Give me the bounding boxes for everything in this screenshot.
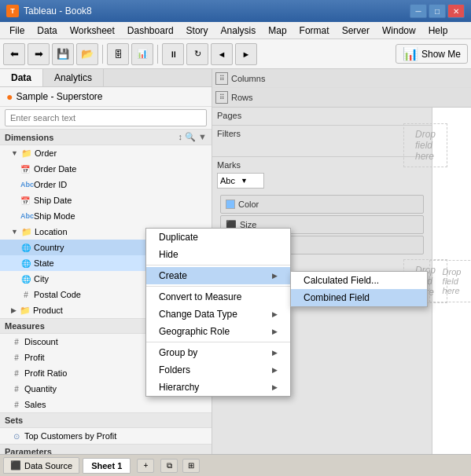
marks-type-select[interactable]: Abc ▼ [217,173,264,189]
toolbar-nav-right[interactable]: ► [235,43,257,65]
toolbar-save[interactable]: 💾 [52,43,74,65]
tree-discount-label: Discount [24,337,58,346]
folder-icon-2: 📁 [21,227,32,237]
tree-profitratio-label: Profit Ratio [24,368,67,378]
duplicate-sheet-btn[interactable]: ⧉ [160,459,178,473]
menu-format[interactable]: Format [293,24,336,38]
hash-icon-5: # [11,385,22,394]
search-input[interactable] [5,109,207,126]
measures-label: Measures [5,321,45,331]
ctx-group-by[interactable]: Group by [146,344,290,361]
toolbar-open[interactable]: 📂 [76,43,98,65]
tree-ship-date[interactable]: 📅 Ship Date [0,192,212,208]
dimension-header-icons: ↕ 🔍 ▼ [178,132,207,142]
sort-icon[interactable]: ↕ [178,132,183,142]
tree-order-label: Order [35,148,57,158]
rows-drop-zone[interactable] [256,90,468,104]
menu-data[interactable]: Data [31,24,63,38]
show-me-button[interactable]: 📊 Show Me [396,44,468,64]
title-bar: T Tableau - Book8 ─ □ ✕ [0,0,471,22]
columns-icon: ⠿ [215,72,228,85]
tree-order-date[interactable]: 📅 Order Date [0,161,212,177]
menu-map[interactable]: Map [262,24,293,38]
sets-label: Sets [5,416,23,425]
ctx-duplicate[interactable]: Duplicate [146,229,290,246]
ctx-hide[interactable]: Hide [146,246,290,263]
new-dashboard-btn[interactable]: ⊞ [182,459,200,473]
tree-order-id[interactable]: Abc Order ID [0,177,212,192]
data-source-tab[interactable]: ⬛ Data Source [3,457,79,474]
tree-topcustomers-label: Top Customers by Profit [24,431,116,441]
tree-state-label: State [34,258,54,268]
menu-file[interactable]: File [3,24,31,38]
calendar-icon-2: 📅 [20,196,31,205]
datasource-icon: ● [6,90,13,103]
search-icon[interactable]: 🔍 [185,132,196,142]
chart-icon: 📊 [403,46,418,61]
canvas-area[interactable]: Drop field here Drop field here Drop fie… [432,108,471,454]
tree-top-customers[interactable]: ⊙ Top Customers by Profit [0,428,212,444]
tree-sales[interactable]: # Sales [0,397,212,412]
toolbar-new-ds[interactable]: 🗄 [107,43,129,65]
title-text: Tableau - Book8 [24,5,92,16]
tab-analytics[interactable]: Analytics [43,69,104,86]
tree-order-group[interactable]: ▼ 📁 Order [0,145,212,161]
tree-ship-mode[interactable]: Abc Ship Mode [0,208,212,224]
sheet1-tab[interactable]: Sheet 1 [83,458,131,474]
menu-analysis[interactable]: Analysis [215,24,263,38]
marks-color-btn[interactable]: Color [220,195,424,214]
datasource-name: Sample - Superstore [16,91,102,102]
ctx-sep-1 [146,265,290,265]
toolbar-undo[interactable]: ⬅ [3,43,25,65]
minimize-button[interactable]: ─ [410,4,427,18]
rows-shelf: ⠿ Rows [212,88,471,107]
menu-help[interactable]: Help [422,24,454,38]
app-icon: T [6,5,19,17]
toolbar-view[interactable]: 📊 [131,43,153,65]
datasource-tab-label: Data Source [24,461,72,471]
parameters-label: Parameters [5,447,52,454]
toolbar-redo[interactable]: ➡ [28,43,50,65]
drop-field-here-right: Drop field here [403,123,447,167]
columns-label: Columns [231,74,265,83]
tree-orderdate-label: Order Date [34,164,76,174]
maximize-button[interactable]: □ [429,4,446,18]
hash-icon-6: # [11,401,22,409]
ctx-geo-role[interactable]: Geographic Role [146,323,290,340]
toolbar-sep-2 [157,45,158,64]
new-sheet-btn[interactable]: + [137,459,154,473]
more-icon[interactable]: ▼ [198,132,207,142]
abc-icon-2: Abc [20,212,31,220]
filters-section: Filters [212,126,432,157]
toolbar-nav-left[interactable]: ◄ [211,43,233,65]
tab-data[interactable]: Data [0,69,43,86]
ctx-sep-3 [146,342,290,342]
menu-window[interactable]: Window [376,24,422,38]
data-analytics-tabs: Data Analytics [0,69,212,87]
ctx-change-type[interactable]: Change Data Type [146,306,290,323]
calendar-icon: 📅 [20,165,31,174]
ctx-folders[interactable]: Folders [146,361,290,379]
submenu-combined-field[interactable]: Combined Field [291,289,427,306]
sets-header: Sets [0,412,212,428]
tree-orderid-label: Order ID [34,180,67,189]
menu-server[interactable]: Server [336,24,376,38]
hash-icon: # [20,291,31,299]
abc-icon: Abc [20,181,31,189]
toolbar-refresh[interactable]: ↻ [186,43,208,65]
hash-icon-3: # [11,353,22,362]
menu-bar: File Data Worksheet Dashboard Story Anal… [0,22,471,39]
pages-section: Pages [212,108,432,126]
ctx-create[interactable]: Create [146,267,290,284]
close-button[interactable]: ✕ [447,4,465,18]
toolbar-pause[interactable]: ⏸ [162,43,184,65]
menu-dashboard[interactable]: Dashboard [121,24,180,38]
datasource-tab-icon: ⬛ [10,460,21,471]
columns-drop-zone[interactable] [268,71,468,86]
expand-icon-3: ▶ [11,306,17,314]
menu-story[interactable]: Story [180,24,215,38]
ctx-convert[interactable]: Convert to Measure [146,288,290,306]
ctx-hierarchy[interactable]: Hierarchy [146,379,290,396]
submenu-calculated-field[interactable]: Calculated Field... [291,272,427,289]
menu-worksheet[interactable]: Worksheet [64,24,121,38]
